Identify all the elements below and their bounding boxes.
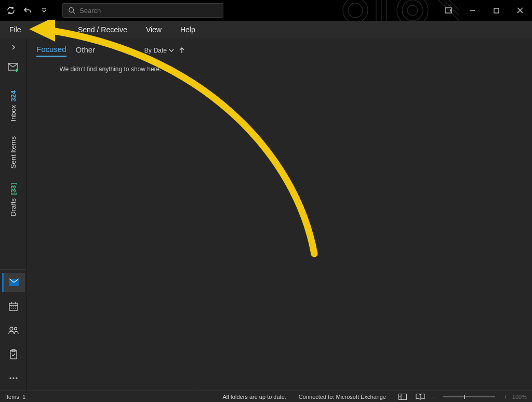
menu-home[interactable]: Home [31, 21, 69, 38]
search-icon [68, 7, 75, 14]
sync-button[interactable] [4, 4, 18, 17]
undo-button[interactable] [21, 4, 34, 17]
folder-count: [33] [9, 183, 17, 195]
message-list-pane: Focused Other By Date We didn't find any… [27, 38, 194, 391]
status-sync: All folders are up to date. [223, 394, 286, 400]
folder-label: Inbox [9, 105, 17, 122]
expand-rail-button[interactable] [0, 38, 26, 56]
chevron-down-icon [169, 48, 174, 53]
window-controls [436, 0, 532, 21]
new-mail-button[interactable] [0, 56, 26, 79]
clipboard-icon [9, 349, 18, 359]
menu-bar: File Home Send / Receive View Help [0, 21, 532, 38]
app-mail[interactable] [2, 273, 25, 292]
folder-list: Inbox 324 Sent Items Drafts [33] [0, 79, 26, 269]
folder-rail: Inbox 324 Sent Items Drafts [33] [0, 38, 27, 391]
view-reading-button[interactable] [414, 392, 427, 401]
svg-point-0 [69, 8, 74, 12]
status-items-count: Items: 1 [5, 394, 25, 400]
zoom-in-button[interactable]: + [503, 394, 507, 400]
zoom-out-button[interactable]: − [432, 394, 435, 400]
search-box[interactable] [62, 3, 223, 18]
arrow-up-icon [179, 47, 184, 54]
svg-point-12 [14, 328, 17, 330]
calendar-icon [9, 302, 18, 311]
menu-help[interactable]: Help [171, 21, 205, 38]
minimize-button[interactable] [460, 0, 484, 21]
svg-point-11 [10, 327, 13, 330]
folder-sent-items[interactable]: Sent Items [9, 136, 17, 168]
app-more[interactable] [2, 369, 25, 387]
mail-plus-icon [8, 63, 19, 72]
svg-point-5 [407, 5, 418, 16]
app-people[interactable] [2, 321, 25, 340]
folder-drafts[interactable]: Drafts [33] [9, 183, 17, 216]
search-input[interactable] [79, 7, 218, 15]
tab-focused[interactable]: Focused [36, 45, 66, 57]
chevron-right-icon [11, 45, 16, 50]
more-icon [9, 377, 18, 380]
app-tasks[interactable] [2, 345, 25, 364]
svg-rect-7 [494, 8, 499, 13]
svg-point-4 [402, 0, 423, 21]
close-button[interactable] [508, 0, 532, 21]
folder-inbox[interactable]: Inbox 324 [9, 90, 17, 122]
app-calendar[interactable] [2, 297, 25, 316]
folder-label: Drafts [9, 198, 17, 216]
folder-label: Sent Items [9, 136, 17, 168]
status-bar: Items: 1 All folders are up to date. Con… [0, 391, 532, 402]
title-bar-left [0, 3, 228, 18]
svg-point-15 [9, 377, 11, 379]
people-icon [8, 326, 19, 334]
layout-normal-icon [398, 394, 407, 400]
view-normal-button[interactable] [396, 392, 409, 401]
tab-other[interactable]: Other [76, 45, 96, 56]
menu-send-receive[interactable]: Send / Receive [69, 21, 137, 38]
svg-point-16 [12, 377, 14, 379]
title-bar [0, 0, 532, 21]
sort-prefix: By [144, 47, 152, 54]
svg-point-17 [16, 377, 17, 379]
app-switcher [0, 269, 26, 391]
mail-icon [9, 278, 19, 287]
empty-message: We didn't find anything to show here. [27, 62, 194, 73]
zoom-percent[interactable]: 100% [512, 394, 527, 400]
sort-direction-button[interactable] [179, 47, 184, 54]
maximize-button[interactable] [484, 0, 508, 21]
menu-view[interactable]: View [137, 21, 171, 38]
svg-point-3 [397, 0, 428, 21]
sort-by-button[interactable]: By Date [144, 47, 174, 54]
zoom-slider[interactable] [443, 396, 495, 397]
qat-customize-button[interactable] [37, 4, 51, 17]
message-list-header: Focused Other By Date [27, 38, 194, 62]
main-area: Inbox 324 Sent Items Drafts [33] [0, 38, 532, 391]
ribbon-display-button[interactable] [436, 0, 460, 21]
svg-point-2 [348, 3, 363, 18]
status-connection: Connected to: Microsoft Exchange [299, 394, 386, 400]
menu-file[interactable]: File [0, 21, 31, 38]
reading-pane [194, 38, 532, 391]
folder-count: 324 [9, 90, 17, 102]
sort-label: Date [154, 47, 167, 54]
layout-reading-icon [416, 394, 425, 400]
